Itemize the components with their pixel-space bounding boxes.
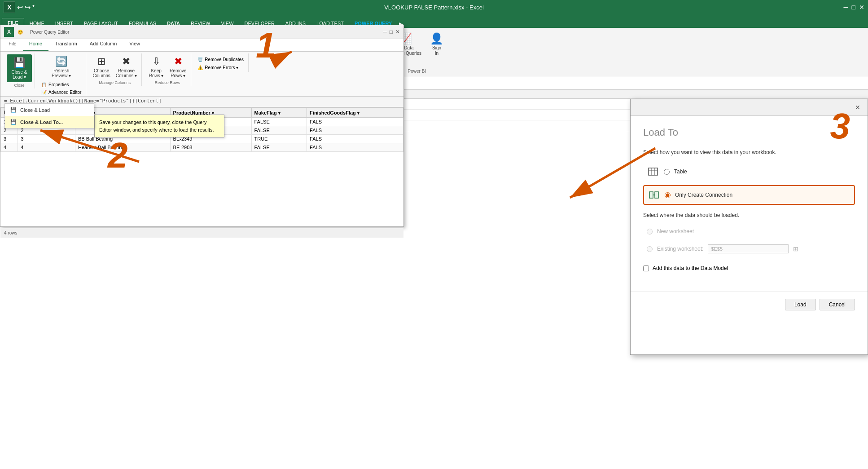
table-option-icon bbox=[647, 165, 659, 178]
pq-close[interactable]: ✕ bbox=[395, 29, 400, 35]
load-button[interactable]: Load bbox=[785, 299, 816, 310]
pq-tab-file[interactable]: File bbox=[2, 39, 23, 51]
pq-refresh-button[interactable]: 🔄 RefreshPreview ▾ bbox=[50, 54, 73, 80]
pq-manage-cols-label: Manage Columns bbox=[99, 80, 131, 85]
pq-dedup-group: 🗑️Remove Duplicates ⚠️Remove Errors ▾ bbox=[193, 53, 249, 72]
cancel-button[interactable]: Cancel bbox=[820, 299, 855, 310]
pq-tab-home[interactable]: Home bbox=[23, 39, 48, 51]
dialog-header: ✕ bbox=[631, 99, 868, 116]
minimize-button[interactable]: ─ bbox=[844, 4, 848, 11]
pq-minimize[interactable]: ─ bbox=[383, 29, 387, 35]
radio-existing-worksheet-input[interactable] bbox=[647, 246, 653, 252]
pq-title-bar: X 😊 Power Query Editor ─ □ ✕ bbox=[0, 25, 403, 39]
title-bar: X ↩ ↪ ▾ VLOOKUP FALSE Pattern.xlsx - Exc… bbox=[0, 0, 868, 14]
pq-restore[interactable]: □ bbox=[390, 29, 393, 35]
undo-button[interactable]: ↩ bbox=[17, 3, 23, 12]
pq-tab-view[interactable]: View bbox=[123, 39, 146, 51]
load-to-dialog: ✕ Load To Select how you want to view th… bbox=[630, 99, 868, 355]
excel-icon: X bbox=[4, 1, 15, 13]
pq-remove-duplicates-button[interactable]: 🗑️Remove Duplicates bbox=[196, 56, 245, 63]
pq-remove-columns-button[interactable]: ✖ RemoveColumns ▾ bbox=[114, 54, 139, 80]
pq-excel-icon: X bbox=[4, 27, 14, 37]
svg-rect-0 bbox=[649, 168, 658, 175]
close-dialog-button[interactable]: ✕ bbox=[853, 103, 862, 112]
radio-table-label: Table bbox=[674, 168, 687, 175]
pq-advanced-editor-button[interactable]: 📝Advanced Editor bbox=[39, 89, 83, 96]
radio-existing-worksheet: Existing worksheet: ⊞ bbox=[643, 242, 855, 256]
dialog-footer: Load Cancel bbox=[631, 291, 868, 318]
radio-table[interactable] bbox=[664, 169, 670, 175]
pq-status-bar: 4 rows bbox=[0, 228, 403, 238]
new-worksheet-label: New worksheet bbox=[657, 228, 694, 234]
pq-choose-columns-button[interactable]: ⊞ ChooseColumns bbox=[91, 54, 112, 80]
add-data-model-row: Add this data to the Data Model bbox=[643, 265, 855, 271]
redo-button[interactable]: ↪ bbox=[25, 3, 31, 12]
pq-tab-transform[interactable]: Transform bbox=[48, 39, 83, 51]
close-load-to-icon: 💾 bbox=[10, 119, 17, 125]
window-title: VLOOKUP FALSE Pattern.xlsx - Excel bbox=[384, 4, 484, 11]
where-to-load-label: Select where the data should be loaded. bbox=[643, 212, 855, 218]
pq-col-finishedgoods: FinishedGoodsFlag ▾ bbox=[307, 108, 403, 118]
add-data-model-label: Add this data to the Data Model bbox=[653, 265, 728, 271]
dropdown-item-close-load[interactable]: 💾 Close & Load bbox=[5, 104, 94, 116]
ribbon-group-label-powerbi: Power BI bbox=[408, 69, 426, 75]
sign-in-button[interactable]: 👤 SignIn bbox=[426, 31, 447, 58]
pq-remove-errors-button[interactable]: ⚠️Remove Errors ▾ bbox=[196, 64, 245, 71]
radio-connection[interactable] bbox=[665, 192, 671, 198]
radio-connection-option[interactable]: Only Create Connection bbox=[643, 185, 855, 205]
svg-rect-5 bbox=[655, 192, 658, 198]
dialog-title: Load To bbox=[643, 127, 855, 138]
radio-table-option[interactable]: Table bbox=[643, 163, 855, 181]
pq-ribbon: 💾 Close &Load ▾ Close 🔄 RefreshPreview ▾ bbox=[0, 52, 403, 97]
svg-rect-4 bbox=[649, 192, 653, 198]
pq-query-group: 🔄 RefreshPreview ▾ 📋Properties 📝Advanced… bbox=[37, 53, 86, 97]
pq-window-name: Power Query Editor bbox=[26, 30, 379, 35]
radio-new-worksheet-input[interactable] bbox=[647, 229, 653, 234]
worksheet-cell-input[interactable] bbox=[708, 244, 789, 253]
pq-close-label: Close bbox=[14, 82, 24, 88]
restore-button[interactable]: □ bbox=[852, 4, 855, 11]
pq-properties-button[interactable]: 📋Properties bbox=[39, 81, 83, 88]
pq-reduce-rows-group: ⇩ KeepRows ▾ ✖ RemoveRows ▾ Reduce Rows bbox=[144, 53, 191, 86]
pq-title-text: 😊 bbox=[18, 30, 23, 35]
close-load-icon: 💾 bbox=[10, 107, 17, 113]
pq-reduce-rows-label: Reduce Rows bbox=[155, 80, 180, 85]
pq-close-load-button[interactable]: 💾 Close &Load ▾ bbox=[7, 54, 32, 82]
close-button[interactable]: ✕ bbox=[859, 4, 864, 11]
cell-picker-icon[interactable]: ⊞ bbox=[793, 245, 798, 252]
connection-option-icon bbox=[648, 189, 660, 201]
pq-ribbon-tabs: File Home Transform Add Column View bbox=[0, 39, 403, 52]
table-row: 4 4 Headset Ball Bearings BE-2908 FALSE … bbox=[1, 143, 403, 152]
pq-close-group: 💾 Close &Load ▾ Close bbox=[4, 53, 35, 88]
pq-remove-rows-button[interactable]: ✖ RemoveRows ▾ bbox=[168, 54, 188, 80]
quick-access: ▾ bbox=[32, 3, 35, 12]
tooltip: Save your changes to this query, close t… bbox=[94, 115, 224, 137]
existing-worksheet-label: Existing worksheet: bbox=[657, 246, 703, 252]
pq-manage-cols-group: ⊞ ChooseColumns ✖ RemoveColumns ▾ Manage… bbox=[88, 53, 142, 86]
pq-col-makeflag: MakeFlag ▾ bbox=[251, 108, 307, 118]
pq-keep-rows-button[interactable]: ⇩ KeepRows ▾ bbox=[146, 54, 166, 80]
dropdown-item-close-load-to[interactable]: 💾 Close & Load To... bbox=[5, 116, 94, 128]
radio-new-worksheet: New worksheet bbox=[643, 226, 855, 237]
radio-connection-label: Only Create Connection bbox=[675, 192, 732, 198]
pq-tab-add-column[interactable]: Add Column bbox=[83, 39, 123, 51]
close-load-dropdown: 💾 Close & Load 💾 Close & Load To... bbox=[4, 103, 94, 128]
dialog-subtitle: Select how you want to view this data in… bbox=[643, 149, 855, 155]
add-data-model-checkbox[interactable] bbox=[643, 265, 649, 271]
